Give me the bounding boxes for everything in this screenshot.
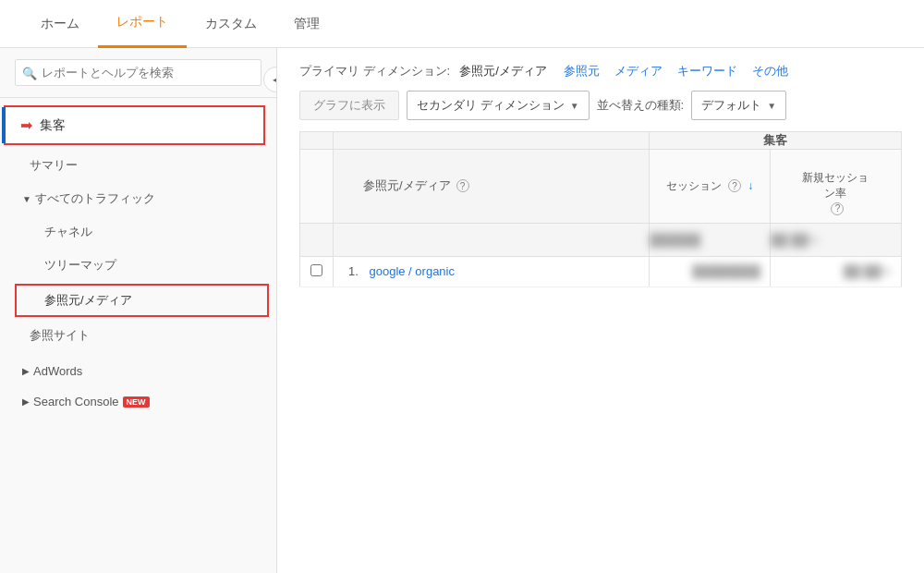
dropdown-arrow-icon: ▼ (570, 101, 579, 111)
table-section-header-row: 集客 (300, 132, 902, 150)
dim-link-other[interactable]: その他 (752, 63, 788, 79)
header-dimension-cell (334, 132, 650, 150)
adwords-label: AdWords (33, 364, 82, 378)
row1-sessions: ████████ (649, 256, 770, 286)
blurred-dim (334, 223, 650, 256)
col-dim-label: 参照元/メディア (363, 177, 451, 194)
primary-dimension-row: プライマリ ディメンション: 参照元/メディア 参照元 メディア キーワード そ… (299, 63, 902, 79)
content-area: プライマリ ディメンション: 参照元/メディア 参照元 メディア キーワード そ… (277, 48, 924, 573)
active-indicator-bar (2, 107, 6, 143)
new-session-rate-label: 新規セッショ ン率 (802, 171, 869, 200)
sidebar-item-all-traffic[interactable]: ▼ すべてのトラフィック (0, 182, 276, 215)
acquisition-arrow-icon: ➡ (20, 116, 32, 134)
col-header-check (300, 150, 334, 224)
sessions-label: セッション (666, 179, 722, 192)
expand-triangle-icon-adwords: ▶ (22, 366, 30, 376)
table-col-header-row: 参照元/メディア ? セッション ? ↓ 新規セッショ ン率 ? (300, 150, 902, 224)
row1-checkbox[interactable] (310, 264, 322, 276)
all-traffic-label: すべてのトラフィック (35, 190, 155, 207)
sidebar-item-treemap[interactable]: ツリーマップ (0, 249, 276, 282)
dim-link-media[interactable]: メディア (614, 63, 663, 79)
primary-dimension-active: 参照元/メディア (459, 63, 547, 79)
row1-dim: 1. google / organic (334, 256, 650, 286)
nav-admin[interactable]: 管理 (275, 0, 338, 48)
row1-link[interactable]: google / organic (369, 264, 455, 278)
acquisition-label: 集客 (40, 117, 66, 134)
blurred-rate: ██ ██% (770, 223, 901, 256)
primary-dimension-label: プライマリ ディメンション: (299, 63, 450, 79)
sidebar-item-acquisition[interactable]: ➡ 集客 (4, 105, 265, 145)
nav-reports[interactable]: レポート (98, 0, 187, 48)
expand-triangle-icon-search-console: ▶ (22, 396, 30, 407)
new-badge: NEW (123, 396, 150, 408)
graph-display-button[interactable]: グラフに表示 (299, 91, 399, 120)
sessions-help-icon[interactable]: ? (728, 179, 741, 192)
col-header-sessions[interactable]: セッション ? ↓ (649, 150, 770, 224)
blurred-sessions: ██████ (649, 223, 770, 256)
table-row-1: 1. google / organic ████████ ██ ██% (300, 256, 902, 286)
section-header-acquisition: 集客 (649, 132, 901, 150)
sidebar-item-referral[interactable]: 参照サイト (0, 319, 276, 352)
table-row-blurred-top: ██████ ██ ██% (300, 223, 902, 256)
sidebar-search-section: 🔍 (0, 48, 276, 98)
nav-custom[interactable]: カスタム (187, 0, 275, 48)
secondary-dimension-label: セカンダリ ディメンション (417, 97, 565, 114)
col-header-dimension: 参照元/メディア ? (334, 150, 650, 224)
expand-triangle-icon: ▼ (22, 194, 31, 204)
header-check-cell (300, 132, 334, 150)
top-nav: ホーム レポート カスタム 管理 (0, 0, 924, 48)
sidebar-item-channels[interactable]: チャネル (0, 215, 276, 249)
sort-type-dropdown[interactable]: デフォルト ▼ (691, 91, 786, 120)
secondary-dimension-dropdown[interactable]: セカンダリ ディメンション ▼ (407, 91, 590, 120)
blurred-check (300, 223, 334, 256)
main-layout: ◀ 🔍 ➡ 集客 サマリー ▼ すべてのトラフィック チャネル (0, 48, 924, 573)
sort-default-label: デフォルト (701, 97, 761, 114)
search-input[interactable] (15, 59, 261, 86)
sort-dropdown-arrow-icon: ▼ (767, 101, 776, 111)
sidebar-item-search-console[interactable]: ▶ Search Console NEW (0, 386, 276, 417)
sidebar: ◀ 🔍 ➡ 集客 サマリー ▼ すべてのトラフィック チャネル (0, 48, 277, 573)
sessions-sort-icon: ↓ (748, 179, 753, 192)
sidebar-item-adwords[interactable]: ▶ AdWords (0, 356, 276, 386)
toolbar-row: グラフに表示 セカンダリ ディメンション ▼ 並べ替えの種類: デフォルト ▼ (299, 91, 902, 120)
dim-link-source[interactable]: 参照元 (564, 63, 600, 79)
col-header-new-session-rate[interactable]: 新規セッショ ン率 ? (770, 150, 901, 224)
row1-rate: ██ ██% (770, 256, 901, 286)
sort-label: 並べ替えの種類: (597, 97, 685, 114)
row1-num: 1. (348, 264, 359, 278)
sidebar-section-acquisition: ➡ 集客 サマリー ▼ すべてのトラフィック チャネル ツリーマップ 参照元/メ… (0, 105, 276, 417)
row1-check[interactable] (300, 256, 334, 286)
nav-home[interactable]: ホーム (22, 0, 98, 48)
dim-link-keyword[interactable]: キーワード (677, 63, 737, 79)
sidebar-item-summary[interactable]: サマリー (0, 149, 276, 182)
search-console-label: Search Console (33, 395, 119, 408)
search-icon: 🔍 (22, 66, 37, 79)
new-session-rate-help-icon[interactable]: ? (831, 202, 844, 215)
dim-help-icon[interactable]: ? (456, 179, 469, 192)
sidebar-item-source-medium[interactable]: 参照元/メディア (15, 284, 269, 317)
data-table: 集客 参照元/メディア ? セッション ? ↓ (299, 131, 902, 287)
